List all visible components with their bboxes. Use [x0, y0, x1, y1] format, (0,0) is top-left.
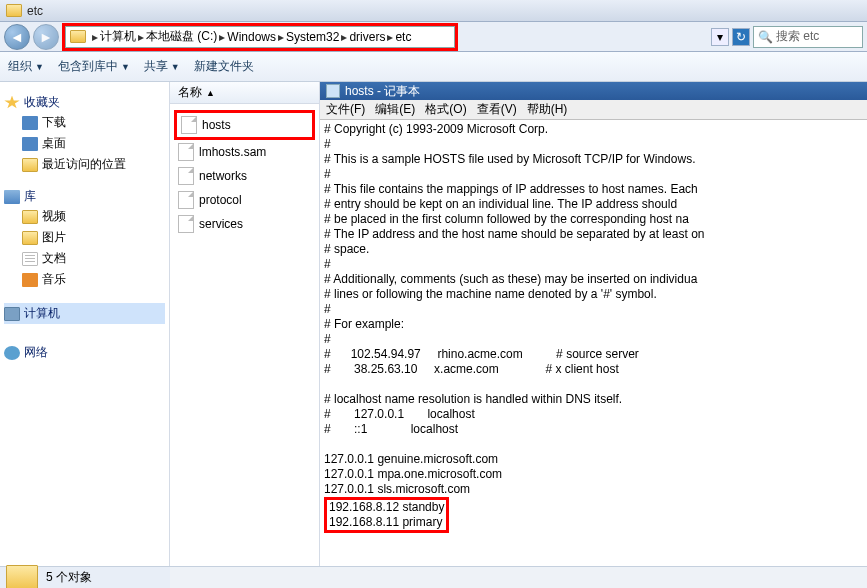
forward-button[interactable]: ► [33, 24, 59, 50]
share-menu[interactable]: 共享▼ [144, 58, 180, 75]
computer-icon [4, 307, 20, 321]
breadcrumb[interactable]: drivers [349, 30, 385, 44]
chevron-right-icon[interactable]: ▸ [217, 30, 227, 44]
chevron-down-icon: ▼ [35, 62, 44, 72]
menu-format[interactable]: 格式(O) [425, 101, 466, 118]
back-button[interactable]: ◄ [4, 24, 30, 50]
search-icon: 🔍 [758, 30, 773, 44]
file-services[interactable]: services [174, 212, 315, 236]
window-title: etc [27, 4, 43, 18]
libraries-icon [4, 190, 20, 204]
hosts-text-top: # Copyright (c) 1993-2009 Microsoft Corp… [324, 122, 704, 496]
file-list-pane: 名称 ▲ hosts lmhosts.sam networks protocol… [170, 82, 320, 566]
explorer-titlebar: etc [0, 0, 867, 22]
address-highlight: ▸ 计算机 ▸ 本地磁盘 (C:) ▸ Windows ▸ System32 ▸… [62, 23, 458, 51]
menu-edit[interactable]: 编辑(E) [375, 101, 415, 118]
menu-view[interactable]: 查看(V) [477, 101, 517, 118]
chevron-right-icon[interactable]: ▸ [276, 30, 286, 44]
statusbar-detail: 5 个对象 [0, 566, 170, 588]
address-dropdown[interactable]: ▾ [711, 28, 729, 46]
pictures-icon [22, 231, 38, 245]
nav-recent[interactable]: 最近访问的位置 [4, 155, 165, 174]
chevron-right-icon[interactable]: ▸ [339, 30, 349, 44]
chevron-right-icon[interactable]: ▸ [136, 30, 146, 44]
nav-pictures[interactable]: 图片 [4, 228, 165, 247]
file-icon [178, 167, 194, 185]
breadcrumb[interactable]: 计算机 [100, 28, 136, 45]
libraries-group[interactable]: 库 [4, 188, 165, 205]
desktop-icon [22, 137, 38, 151]
menu-help[interactable]: 帮助(H) [527, 101, 568, 118]
file-icon [178, 191, 194, 209]
folder-icon [70, 30, 86, 43]
folder-icon [6, 4, 22, 17]
organize-menu[interactable]: 组织▼ [8, 58, 44, 75]
download-icon [22, 116, 38, 130]
breadcrumb[interactable]: System32 [286, 30, 339, 44]
toolbar: 组织▼ 包含到库中▼ 共享▼ 新建文件夹 [0, 52, 867, 82]
navbar: ◄ ► ▸ 计算机 ▸ 本地磁盘 (C:) ▸ Windows ▸ System… [0, 22, 867, 52]
column-header-name[interactable]: 名称 ▲ [170, 82, 319, 104]
recent-icon [22, 158, 38, 172]
chevron-down-icon: ▼ [121, 62, 130, 72]
refresh-button[interactable]: ↻ [732, 28, 750, 46]
network-group[interactable]: 网络 [4, 344, 165, 361]
new-folder-button[interactable]: 新建文件夹 [194, 58, 254, 75]
nav-desktop[interactable]: 桌面 [4, 134, 165, 153]
nav-pane: 收藏夹 下载 桌面 最近访问的位置 库 视频 图片 文档 音乐 计算机 网络 [0, 82, 170, 566]
computer-group[interactable]: 计算机 [4, 303, 165, 324]
favorites-group[interactable]: 收藏夹 [4, 94, 165, 111]
notepad-window: hosts - 记事本 文件(F) 编辑(E) 格式(O) 查看(V) 帮助(H… [320, 82, 867, 566]
documents-icon [22, 252, 38, 266]
file-icon [178, 143, 194, 161]
search-placeholder: 搜索 etc [776, 28, 819, 45]
notepad-content[interactable]: # Copyright (c) 1993-2009 Microsoft Corp… [320, 120, 867, 566]
breadcrumb[interactable]: Windows [227, 30, 276, 44]
notepad-icon [326, 84, 340, 98]
breadcrumb[interactable]: etc [395, 30, 411, 44]
video-icon [22, 210, 38, 224]
chevron-right-icon[interactable]: ▸ [90, 30, 100, 44]
nav-video[interactable]: 视频 [4, 207, 165, 226]
chevron-right-icon[interactable]: ▸ [385, 30, 395, 44]
nav-music[interactable]: 音乐 [4, 270, 165, 289]
notepad-menubar: 文件(F) 编辑(E) 格式(O) 查看(V) 帮助(H) [320, 100, 867, 120]
breadcrumb[interactable]: 本地磁盘 (C:) [146, 28, 217, 45]
file-hosts[interactable]: hosts [177, 113, 312, 137]
search-input[interactable]: 🔍 搜索 etc [753, 26, 863, 48]
notepad-titlebar[interactable]: hosts - 记事本 [320, 82, 867, 100]
file-lmhosts[interactable]: lmhosts.sam [174, 140, 315, 164]
nav-documents[interactable]: 文档 [4, 249, 165, 268]
hosts-new-entries: 192.168.8.12 standby 192.168.8.11 primar… [329, 500, 444, 529]
file-networks[interactable]: networks [174, 164, 315, 188]
file-icon [178, 215, 194, 233]
include-in-library[interactable]: 包含到库中▼ [58, 58, 130, 75]
folder-icon [6, 565, 38, 589]
menu-file[interactable]: 文件(F) [326, 101, 365, 118]
hosts-highlight: hosts [174, 110, 315, 140]
address-bar[interactable]: ▸ 计算机 ▸ 本地磁盘 (C:) ▸ Windows ▸ System32 ▸… [65, 26, 455, 48]
file-icon [181, 116, 197, 134]
notepad-title: hosts - 记事本 [345, 83, 420, 100]
network-icon [4, 346, 20, 360]
file-protocol[interactable]: protocol [174, 188, 315, 212]
hosts-new-entries-highlight: 192.168.8.12 standby 192.168.8.11 primar… [324, 497, 449, 533]
nav-downloads[interactable]: 下载 [4, 113, 165, 132]
chevron-down-icon: ▼ [171, 62, 180, 72]
sort-asc-icon: ▲ [206, 88, 215, 98]
star-icon [4, 96, 20, 110]
status-count: 5 个对象 [46, 569, 92, 586]
music-icon [22, 273, 38, 287]
